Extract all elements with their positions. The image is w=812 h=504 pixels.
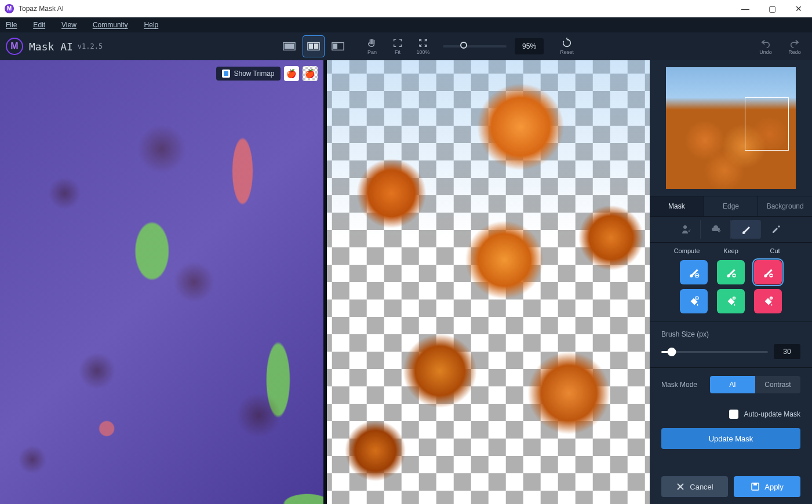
- auto-cloud-tool[interactable]: [701, 220, 731, 239]
- navigator-thumbnail[interactable]: [666, 67, 796, 189]
- svg-point-7: [683, 225, 687, 229]
- minimize-button[interactable]: —: [732, 0, 759, 17]
- trimap-transparent-button[interactable]: 🍎: [303, 66, 318, 81]
- brush-size-label: Brush Size (px): [661, 330, 800, 338]
- close-icon: [676, 482, 685, 491]
- label-keep: Keep: [709, 247, 753, 254]
- logo-icon: M: [6, 38, 23, 55]
- svg-rect-4: [314, 43, 318, 49]
- mode-contrast-button[interactable]: Contrast: [755, 376, 800, 393]
- trimap-original-button[interactable]: 🍎: [284, 66, 299, 81]
- mask-mode-section: Mask Mode AI Contrast: [650, 367, 812, 401]
- cancel-button[interactable]: Cancel: [661, 476, 728, 497]
- menubar: File Edit View Community Help: [0, 17, 812, 32]
- menu-file[interactable]: File: [6, 21, 17, 29]
- keep-fill-button[interactable]: [717, 289, 745, 313]
- svg-rect-3: [309, 43, 313, 49]
- titlebar: M Topaz Mask AI — ▢ ✕: [0, 0, 812, 17]
- app-version: v1.2.5: [78, 42, 103, 50]
- auto-person-tool[interactable]: [671, 220, 701, 239]
- brush-size-value[interactable]: 30: [774, 344, 800, 359]
- side-panel: Mask Edge Background Compute Keep Cut Br: [650, 60, 812, 504]
- zoom-handle[interactable]: [460, 42, 467, 49]
- svg-rect-15: [753, 483, 757, 485]
- compute-brush-button[interactable]: [680, 260, 708, 284]
- slider-handle[interactable]: [668, 348, 676, 356]
- mode-ai-button[interactable]: AI: [710, 376, 755, 393]
- menu-community[interactable]: Community: [93, 21, 128, 29]
- tab-mask[interactable]: Mask: [650, 196, 704, 216]
- view-split-button[interactable]: [303, 35, 325, 57]
- update-mask-button[interactable]: Update Mask: [661, 428, 800, 449]
- canvas-area[interactable]: Show Trimap 🍎 🍎: [0, 60, 650, 504]
- tab-edge[interactable]: Edge: [704, 196, 759, 216]
- trimap-pane[interactable]: Show Trimap 🍎 🍎: [0, 60, 323, 504]
- panel-tabs: Mask Edge Background: [650, 196, 812, 217]
- save-icon: [751, 482, 760, 491]
- view-single-button[interactable]: [278, 35, 300, 57]
- apply-button[interactable]: Apply: [734, 476, 800, 497]
- brush-size-section: Brush Size (px) 30: [650, 322, 812, 367]
- keep-brush-button[interactable]: [717, 260, 745, 284]
- pan-button[interactable]: Pan: [361, 34, 384, 59]
- navigator-viewport[interactable]: [745, 97, 789, 151]
- label-compute: Compute: [665, 247, 709, 254]
- compute-fill-button[interactable]: [680, 289, 708, 313]
- checkbox-icon[interactable]: [222, 70, 230, 78]
- brush-size-slider[interactable]: [661, 351, 768, 353]
- window-title: Topaz Mask AI: [19, 5, 64, 13]
- result-pane[interactable]: [327, 60, 650, 504]
- fit-button[interactable]: Fit: [386, 34, 409, 59]
- label-cut: Cut: [753, 247, 797, 254]
- mask-mode-label: Mask Mode: [661, 381, 697, 389]
- header: M Mask AI v1.2.5 Pan Fit 100% 95% Reset …: [0, 32, 812, 60]
- footer: Cancel Apply: [650, 469, 812, 504]
- main: Show Trimap 🍎 🍎 Mask Edge Background Com…: [0, 60, 812, 504]
- view-side-button[interactable]: [327, 35, 349, 57]
- auto-update-checkbox[interactable]: [729, 410, 738, 419]
- undo-button[interactable]: Undo: [754, 34, 777, 59]
- svg-rect-6: [333, 43, 337, 49]
- auto-update-label: Auto-update Mask: [744, 410, 800, 418]
- hundred-button[interactable]: 100%: [412, 34, 435, 59]
- show-trimap-label: Show Trimap: [234, 70, 274, 78]
- app-icon: M: [5, 4, 14, 13]
- menu-help[interactable]: Help: [144, 21, 159, 29]
- close-button[interactable]: ✕: [785, 0, 812, 17]
- tool-row: [650, 217, 812, 243]
- eyedropper-tool[interactable]: [761, 220, 791, 239]
- cut-fill-button[interactable]: [754, 289, 782, 313]
- auto-update-row: Auto-update Mask: [650, 401, 812, 422]
- tab-background[interactable]: Background: [758, 196, 812, 216]
- menu-edit[interactable]: Edit: [33, 21, 45, 29]
- brush-tool[interactable]: [731, 220, 761, 239]
- zoom-slider[interactable]: [443, 45, 507, 48]
- column-labels: Compute Keep Cut: [650, 243, 812, 258]
- zoom-value: 95%: [515, 38, 544, 54]
- cut-brush-button[interactable]: [754, 260, 782, 284]
- reset-button[interactable]: Reset: [555, 34, 578, 59]
- show-trimap-toggle[interactable]: Show Trimap: [216, 67, 280, 81]
- redo-button[interactable]: Redo: [783, 34, 806, 59]
- app-name: Mask AI: [29, 41, 73, 53]
- svg-rect-1: [285, 43, 294, 49]
- maximize-button[interactable]: ▢: [759, 0, 785, 17]
- menu-view[interactable]: View: [61, 21, 77, 29]
